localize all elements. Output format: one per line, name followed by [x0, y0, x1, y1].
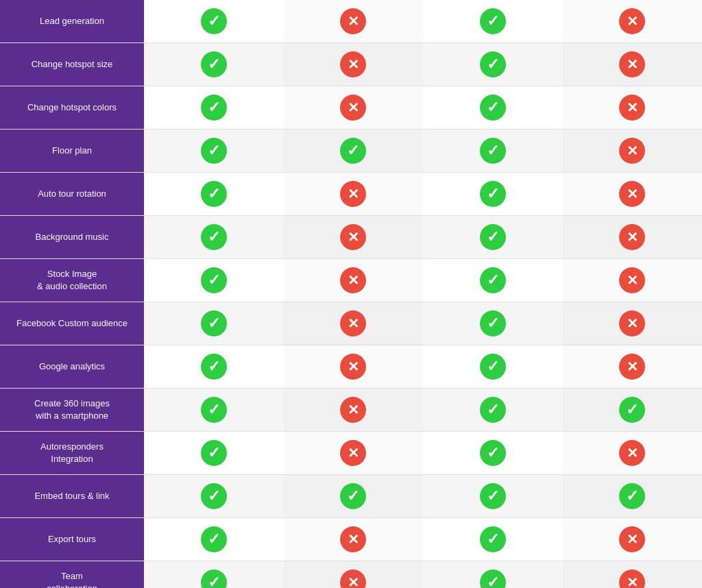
feature-label: Change hotspot colors — [0, 86, 144, 130]
checkmark-icon — [201, 181, 227, 207]
feature-label: Embed tours & link — [0, 475, 144, 518]
check-icon-cell — [144, 173, 284, 216]
cross-icon — [340, 310, 366, 336]
check-icon-cell — [144, 0, 284, 43]
check-icon-cell — [423, 302, 563, 345]
cross-icon — [619, 51, 645, 77]
cross-icon — [340, 354, 366, 380]
checkmark-icon — [480, 526, 506, 552]
check-icon-cell — [423, 345, 563, 389]
check-icon-cell — [144, 561, 284, 589]
cross-icon — [619, 526, 645, 552]
cross-icon-cell — [284, 302, 424, 345]
check-icon-cell — [423, 0, 563, 43]
cross-icon-cell — [284, 432, 424, 475]
checkmark-icon — [480, 310, 506, 336]
feature-label: Stock Image & audio collection — [0, 259, 144, 302]
checkmark-icon — [480, 569, 506, 588]
cross-icon-cell — [284, 259, 424, 302]
check-icon-cell — [144, 432, 284, 475]
cross-icon — [340, 8, 366, 34]
cross-icon — [340, 267, 366, 293]
check-icon-cell — [144, 216, 284, 259]
cross-icon-cell — [563, 173, 703, 216]
checkmark-icon — [480, 51, 506, 77]
cross-icon-cell — [563, 0, 703, 43]
checkmark-icon — [340, 483, 366, 509]
cross-icon — [340, 526, 366, 552]
feature-label: Lead generation — [0, 0, 144, 43]
checkmark-icon — [201, 440, 227, 466]
feature-label: Google analytics — [0, 345, 144, 389]
cross-icon-cell — [563, 216, 703, 259]
check-icon-cell — [284, 475, 424, 518]
cross-icon-cell — [563, 302, 703, 345]
checkmark-icon — [201, 354, 227, 380]
cross-icon-cell — [284, 345, 424, 389]
check-icon-cell — [423, 518, 563, 561]
checkmark-icon — [480, 8, 506, 34]
feature-label: Autoresponders Integration — [0, 432, 144, 475]
cross-icon — [619, 8, 645, 34]
checkmark-icon — [619, 483, 645, 509]
check-icon-cell — [144, 43, 284, 86]
cross-icon-cell — [563, 86, 703, 130]
checkmark-icon — [480, 483, 506, 509]
checkmark-icon — [201, 483, 227, 509]
checkmark-icon — [480, 181, 506, 207]
checkmark-icon — [480, 95, 506, 121]
checkmark-icon — [201, 267, 227, 293]
check-icon-cell — [563, 475, 703, 518]
check-icon-cell — [144, 518, 284, 561]
cross-icon — [619, 354, 645, 380]
feature-label: Change hotspot size — [0, 43, 144, 86]
checkmark-icon — [480, 354, 506, 380]
cross-icon-cell — [284, 86, 424, 130]
check-icon-cell — [144, 130, 284, 173]
check-icon-cell — [563, 389, 703, 432]
cross-icon-cell — [563, 259, 703, 302]
cross-icon — [340, 569, 366, 588]
checkmark-icon — [340, 138, 366, 164]
check-icon-cell — [144, 345, 284, 389]
checkmark-icon — [201, 51, 227, 77]
feature-label: Create 360 images with a smartphone — [0, 389, 144, 432]
check-icon-cell — [423, 432, 563, 475]
cross-icon-cell — [563, 518, 703, 561]
cross-icon — [619, 95, 645, 121]
feature-label: Team collaboration — [0, 561, 144, 589]
check-icon-cell — [144, 259, 284, 302]
check-icon-cell — [144, 86, 284, 130]
cross-icon — [619, 138, 645, 164]
cross-icon — [340, 51, 366, 77]
check-icon-cell — [144, 475, 284, 518]
check-icon-cell — [423, 475, 563, 518]
check-icon-cell — [423, 259, 563, 302]
check-icon-cell — [423, 130, 563, 173]
cross-icon-cell — [563, 561, 703, 589]
checkmark-icon — [480, 267, 506, 293]
check-icon-cell — [284, 130, 424, 173]
cross-icon-cell — [284, 561, 424, 589]
cross-icon — [340, 440, 366, 466]
cross-icon-cell — [284, 173, 424, 216]
feature-label: Floor plan — [0, 130, 144, 173]
feature-label: Export tours — [0, 518, 144, 561]
cross-icon — [619, 569, 645, 588]
cross-icon-cell — [284, 518, 424, 561]
comparison-table: Lead generationChange hotspot sizeChange… — [0, 0, 702, 588]
cross-icon — [619, 181, 645, 207]
cross-icon — [619, 310, 645, 336]
cross-icon — [619, 440, 645, 466]
checkmark-icon — [201, 526, 227, 552]
cross-icon — [340, 181, 366, 207]
check-icon-cell — [144, 302, 284, 345]
cross-icon-cell — [563, 130, 703, 173]
checkmark-icon — [201, 569, 227, 588]
checkmark-icon — [201, 138, 227, 164]
checkmark-icon — [201, 95, 227, 121]
checkmark-icon — [480, 397, 506, 423]
cross-icon-cell — [284, 43, 424, 86]
check-icon-cell — [423, 86, 563, 130]
check-icon-cell — [423, 173, 563, 216]
